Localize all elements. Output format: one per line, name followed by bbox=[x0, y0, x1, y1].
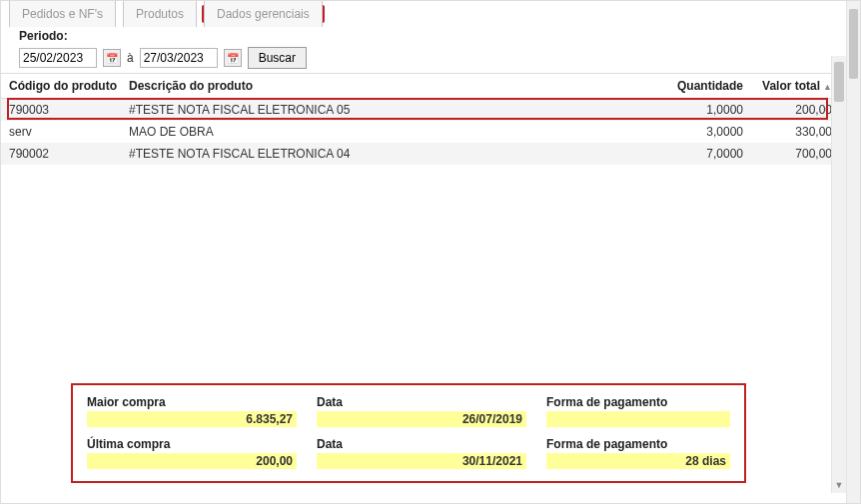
label-ultima-data: Data bbox=[317, 437, 526, 451]
value-maior-compra: 6.835,27 bbox=[87, 411, 297, 427]
cell-code: 790003 bbox=[9, 103, 129, 117]
cell-desc: #TESTE NOTA FISCAL ELETRONICA 04 bbox=[129, 147, 653, 161]
cell-qty: 1,0000 bbox=[653, 103, 743, 117]
header-valor-total[interactable]: Valor total▲ bbox=[743, 79, 838, 93]
table-row[interactable]: serv MAO DE OBRA 3,0000 330,00 bbox=[1, 121, 846, 143]
header-codigo[interactable]: Código do produto bbox=[9, 79, 129, 93]
cell-code: 790002 bbox=[9, 147, 129, 161]
tabs: Pedidos e NF's Produtos Dados gerenciais bbox=[1, 1, 860, 23]
value-ultima-data: 30/11/2021 bbox=[317, 453, 526, 469]
value-maior-data: 26/07/2019 bbox=[317, 411, 526, 427]
table-row[interactable]: 790003 #TESTE NOTA FISCAL ELETRONICA 05 … bbox=[1, 99, 846, 121]
grid-scrollbar[interactable]: ▲ ▼ bbox=[831, 56, 846, 493]
label-maior-compra: Maior compra bbox=[87, 395, 297, 409]
label-maior-data: Data bbox=[317, 395, 526, 409]
cell-desc: #TESTE NOTA FISCAL ELETRONICA 05 bbox=[129, 103, 653, 117]
calendar-icon[interactable]: 📅 bbox=[224, 49, 242, 67]
value-ultima-compra: 200,00 bbox=[87, 453, 297, 469]
app-frame: Pedidos e NF's Produtos Dados gerenciais… bbox=[0, 0, 861, 504]
cell-val: 700,00 bbox=[743, 147, 838, 161]
cell-qty: 7,0000 bbox=[653, 147, 743, 161]
label-ultima-forma: Forma de pagamento bbox=[546, 437, 730, 451]
table-row[interactable]: 790002 #TESTE NOTA FISCAL ELETRONICA 04 … bbox=[1, 143, 846, 165]
header-descricao[interactable]: Descrição do produto bbox=[129, 79, 653, 93]
scroll-thumb[interactable] bbox=[834, 62, 844, 102]
search-button[interactable]: Buscar bbox=[248, 47, 307, 69]
label-ultima-compra: Última compra bbox=[87, 437, 297, 451]
summary-panel: Maior compra 6.835,27 Data 26/07/2019 Fo… bbox=[71, 383, 746, 483]
content-area: Periodo: 📅 à 📅 Buscar Código do produto … bbox=[1, 23, 846, 493]
period-label: Periodo: bbox=[19, 29, 838, 43]
value-ultima-forma: 28 dias bbox=[546, 453, 730, 469]
outer-scroll-thumb[interactable] bbox=[849, 9, 858, 79]
period-filter: Periodo: 📅 à 📅 Buscar bbox=[1, 23, 846, 73]
period-separator: à bbox=[127, 51, 134, 65]
product-grid: Código do produto Descrição do produto Q… bbox=[1, 73, 846, 165]
cell-desc: MAO DE OBRA bbox=[129, 125, 653, 139]
calendar-icon[interactable]: 📅 bbox=[103, 49, 121, 67]
period-from-input[interactable] bbox=[19, 48, 97, 68]
value-maior-forma bbox=[546, 411, 730, 427]
cell-val: 200,00 bbox=[743, 103, 838, 117]
grid-rows: 790003 #TESTE NOTA FISCAL ELETRONICA 05 … bbox=[1, 99, 846, 165]
period-to-input[interactable] bbox=[140, 48, 218, 68]
cell-code: serv bbox=[9, 125, 129, 139]
header-quantidade[interactable]: Quantidade bbox=[653, 79, 743, 93]
cell-qty: 3,0000 bbox=[653, 125, 743, 139]
scroll-down-icon[interactable]: ▼ bbox=[832, 477, 846, 493]
outer-scrollbar[interactable] bbox=[846, 1, 860, 503]
cell-val: 330,00 bbox=[743, 125, 838, 139]
label-maior-forma: Forma de pagamento bbox=[546, 395, 730, 409]
grid-header: Código do produto Descrição do produto Q… bbox=[1, 73, 846, 99]
